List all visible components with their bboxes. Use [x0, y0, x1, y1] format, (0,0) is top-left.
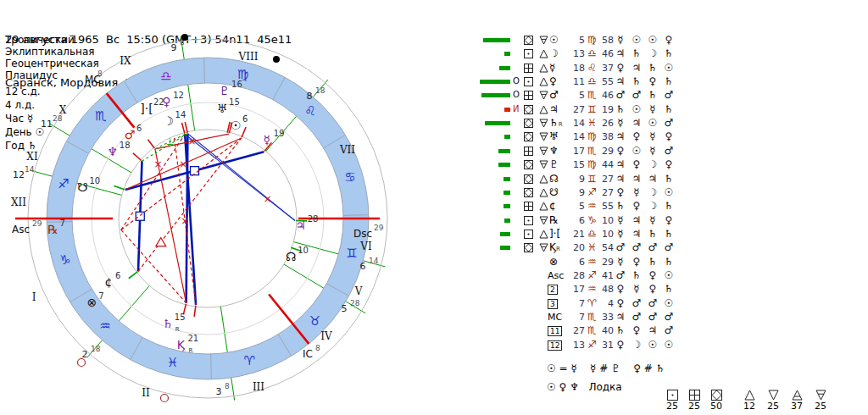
ruler-glyph: ♀: [613, 145, 628, 157]
diamond-square-icon: [524, 188, 533, 200]
wheel-planet-chiron-retro: R: [188, 347, 192, 354]
ruler-glyph: ♀: [661, 158, 676, 170]
wheel-planet-north-node[interactable]: ☊: [286, 250, 296, 263]
minute-value: 10: [599, 215, 614, 226]
degree-value: 14: [563, 118, 585, 129]
table-row-mercury[interactable]: ☿18♌37♀♃♄☉: [479, 62, 868, 75]
table-row-mc[interactable]: MC7♏33♃♂♂♂: [479, 311, 868, 324]
wheel-planet-neptune-degree: 18: [120, 141, 131, 150]
sign-glyph: ♒: [587, 200, 597, 212]
ruler-glyph: ♂: [613, 241, 628, 253]
wheel-planet-fortune[interactable]: ⊗: [86, 296, 97, 309]
ruler-glyph: ♀: [629, 130, 644, 142]
wheel-planet-vulcan[interactable]: ]·[: [140, 102, 153, 115]
natal-chart-wheel[interactable]: ♈♉♊♋♌♍♎♏♐♑♒♓×××××⊥☉6♅15♇16☿19☽14♀12]·[22…: [0, 0, 432, 415]
wheel-planet-pluto[interactable]: ♇: [220, 84, 231, 97]
house-numeral-I: I: [32, 291, 36, 303]
table-row-house-12[interactable]: 1213♐31♀☽☉☉: [479, 339, 868, 352]
table-row-house-3[interactable]: 37♈4♀♂♂☉: [479, 297, 868, 311]
sign-glyph: ♍: [587, 130, 597, 142]
wheel-planet-lilith[interactable]: ¢: [105, 275, 113, 289]
house-cusp-label-11: 11: [41, 119, 53, 130]
degree-value: 5: [563, 90, 585, 101]
status-letter: И: [513, 104, 519, 113]
wheel-planet-uranus[interactable]: ♅: [217, 102, 228, 115]
house-cusp-degree-12: 14: [25, 165, 35, 174]
wheel-planet-saturn[interactable]: ♄: [162, 317, 173, 330]
wheel-planet-venus-degree: 12: [173, 91, 184, 100]
table-row-asc[interactable]: Asc28♐41♂♄♀☉: [479, 269, 868, 283]
minute-value: 19: [599, 104, 614, 115]
degree-value: 7: [563, 312, 585, 323]
table-row-proserpina[interactable]: ℞6♑10☿♃☿♀: [479, 214, 868, 228]
down-lined-triangle-icon: [539, 216, 548, 228]
table-row-house-2[interactable]: 217♒48♀☿♀♄: [479, 283, 868, 296]
strength-bar: [479, 163, 510, 167]
minute-value: 27: [599, 174, 614, 185]
degree-value: 7: [563, 298, 585, 309]
ruler-glyph: ♃: [629, 214, 644, 226]
positions-table: ☉5♍58☿☉☉♀☽13♎46♃♄☽♄☿18♌37♀♃♄☉О♀11♎55♃♄♀♄…: [479, 34, 868, 415]
house-numeral-X: X: [59, 104, 67, 116]
point-label-house-12: 12: [548, 340, 562, 351]
ruler-glyph: ☿: [613, 228, 628, 240]
wheel-planet-moon[interactable]: ☽: [163, 114, 174, 128]
wheel-planet-sun[interactable]: ☉: [231, 119, 242, 132]
table-row-chiron[interactable]: ϏR20♓54♂♂♂♂: [479, 241, 868, 255]
ruler-glyph: ♄: [645, 256, 660, 268]
wheel-planet-proserpina[interactable]: ℞: [47, 223, 58, 236]
wheel-planet-south-node[interactable]: ☋: [77, 180, 87, 194]
up-triangle-icon: [539, 174, 548, 186]
table-row-pluto[interactable]: ♇15♍44♃♀☽♀: [479, 158, 868, 172]
degree-value: 21: [563, 229, 585, 240]
table-row-south-node[interactable]: ☋9♐27♀☿☽☉: [479, 186, 868, 200]
table-row-fortune[interactable]: ⊗6♒29☿♀♄♄: [479, 256, 868, 269]
ruler-glyph: ♄: [645, 89, 660, 101]
table-row-uranus[interactable]: ♅14♍38♃♀☿♀: [479, 130, 868, 144]
house-cusp-degree-3: 8: [225, 382, 230, 390]
house-numeral-VIII: VIII: [238, 51, 259, 63]
table-row-mars[interactable]: О♂5♏46♂♂♄♂: [479, 89, 868, 102]
conjunct-aspect-icon: ×: [187, 136, 196, 147]
minute-value: 54: [599, 242, 614, 253]
table-row-jupiter[interactable]: И♃27♊19♄☉☿♄: [479, 103, 868, 117]
minute-value: 41: [599, 270, 614, 281]
house-numeral-IV: IV: [320, 330, 332, 342]
ruler-glyph: ♂: [645, 311, 660, 323]
minute-value: 31: [599, 340, 614, 351]
degree-value: 15: [563, 159, 585, 170]
house-cusp-label-6: 6: [360, 261, 366, 272]
ruler-glyph: ☉: [645, 34, 660, 46]
table-row-neptune[interactable]: ♆17♏29♀☉☿♂: [479, 145, 868, 158]
wheel-planet-fortune-degree: 7: [98, 291, 103, 301]
minute-value: 46: [599, 48, 614, 59]
wheel-planet-chiron[interactable]: Ϗ: [177, 338, 186, 351]
ruler-glyph: ♂: [629, 241, 644, 253]
wheel-planet-mercury[interactable]: ☿: [264, 133, 271, 147]
ruler-glyph: ♂: [661, 117, 676, 129]
ruler-glyph: ☉: [645, 117, 660, 129]
wheel-planet-uranus-degree: 15: [229, 97, 240, 107]
ruler-glyph: ☉: [661, 339, 676, 351]
degree-value: 5: [563, 35, 585, 46]
status-letter: О: [513, 76, 520, 86]
sign-glyph: ♎: [587, 47, 597, 59]
sign-glyph: ♈: [587, 297, 597, 309]
table-row-moon[interactable]: ☽13♎46♃♄☽♄: [479, 47, 868, 61]
table-row-venus[interactable]: О♀11♎55♃♄♀♄: [479, 75, 868, 89]
table-row-saturn[interactable]: ♄R14♓26☿♃☉♂: [479, 117, 868, 130]
table-row-lilith[interactable]: ¢5♒55♄♀☽♄: [479, 200, 868, 213]
up-triangle-icon: [539, 105, 548, 117]
table-row-vulcan[interactable]: ]·[21♎10☿♃♄♄: [479, 228, 868, 241]
table-row-sun[interactable]: ☉5♍58☿☉☉♀: [479, 34, 868, 47]
cross-square-icon: [524, 64, 533, 75]
dot-marker: [181, 34, 188, 41]
table-row-house-11[interactable]: 1127♏40♄♀♃♂: [479, 324, 868, 338]
wheel-planet-jupiter[interactable]: ♃: [295, 219, 306, 232]
ruler-glyph: ♂: [661, 145, 676, 157]
ruler-glyph: ♄: [661, 173, 676, 185]
sign-glyph: ♐: [587, 186, 597, 198]
wheel-planet-mars[interactable]: ♂: [125, 128, 136, 141]
table-row-north-node[interactable]: ☊9♊27♃♃♃♄: [479, 173, 868, 186]
wheel-planet-neptune[interactable]: ♆: [107, 145, 118, 158]
